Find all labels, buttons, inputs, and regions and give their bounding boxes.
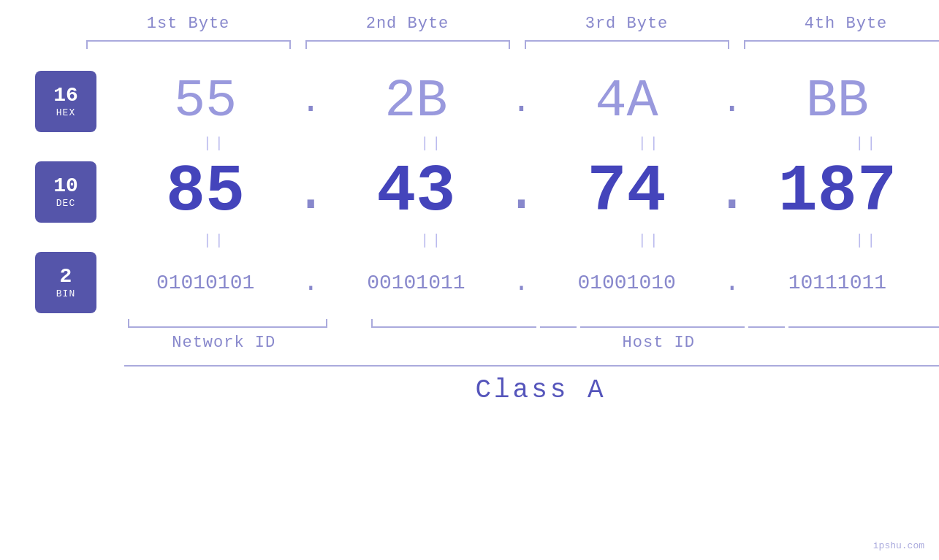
eq-1a: || bbox=[124, 135, 305, 152]
bin-val-2: 00101011 bbox=[329, 272, 503, 294]
hex-label: 16 HEX bbox=[35, 71, 96, 132]
dec-dot-2: . bbox=[503, 159, 540, 226]
eq-2a: || bbox=[342, 135, 523, 152]
dec-dot-3: . bbox=[714, 159, 750, 226]
host-bracket-right bbox=[788, 319, 939, 328]
hex-val-4: BB bbox=[750, 72, 924, 131]
dec-val-3: 74 bbox=[540, 155, 714, 229]
network-id-label: Network ID bbox=[124, 334, 324, 352]
class-label: Class A bbox=[475, 375, 606, 405]
host-bracket-left bbox=[371, 319, 536, 328]
hex-val-3: 4A bbox=[540, 72, 714, 131]
bracket-1 bbox=[86, 40, 291, 49]
bottom-brackets bbox=[124, 319, 939, 328]
byte4-header: 4th Byte bbox=[737, 15, 940, 33]
eq-4b: || bbox=[777, 232, 940, 249]
eq-4a: || bbox=[777, 135, 940, 152]
dec-row: 10 DEC 85 . 43 . 74 . 187 bbox=[0, 155, 939, 229]
equals-row-2: || || || || bbox=[124, 232, 939, 249]
bin-values: 01010101 . 00101011 . 01001010 . 1011101… bbox=[96, 268, 939, 298]
dec-val-4: 187 bbox=[750, 155, 924, 229]
bin-label: 2 BIN bbox=[35, 252, 96, 313]
equals-row-1: || || || || bbox=[124, 135, 939, 152]
hex-row: 16 HEX 55 . 2B . 4A . BB bbox=[0, 71, 939, 132]
dec-label: 10 DEC bbox=[35, 161, 96, 223]
hex-dot-2: . bbox=[503, 84, 540, 119]
id-labels: Network ID Host ID bbox=[124, 334, 939, 352]
bracket-3 bbox=[525, 40, 729, 49]
bin-val-4: 10111011 bbox=[750, 272, 924, 294]
bin-dot-3: . bbox=[714, 268, 750, 298]
hex-val-1: 55 bbox=[118, 72, 292, 131]
network-bracket bbox=[128, 319, 327, 328]
host-bracket-mid3 bbox=[748, 319, 785, 328]
host-bracket-mid2 bbox=[580, 319, 744, 328]
bracket-2 bbox=[305, 40, 510, 49]
dec-val-2: 43 bbox=[329, 155, 503, 229]
hex-dot-1: . bbox=[292, 84, 329, 119]
bin-dot-2: . bbox=[503, 268, 540, 298]
eq-1b: || bbox=[124, 232, 305, 249]
hex-values: 55 . 2B . 4A . BB bbox=[96, 72, 939, 131]
host-bracket-mid1 bbox=[540, 319, 577, 328]
byte3-header: 3rd Byte bbox=[517, 15, 737, 33]
byte-headers: 1st Byte 2nd Byte 3rd Byte 4th Byte bbox=[79, 15, 940, 33]
top-brackets bbox=[79, 40, 940, 49]
byte2-header: 2nd Byte bbox=[298, 15, 517, 33]
bin-val-1: 01010101 bbox=[118, 272, 292, 294]
hex-dot-3: . bbox=[714, 84, 750, 119]
byte1-header: 1st Byte bbox=[79, 15, 298, 33]
dec-dot-1: . bbox=[292, 159, 329, 226]
dec-values: 85 . 43 . 74 . 187 bbox=[96, 155, 939, 229]
dec-val-1: 85 bbox=[118, 155, 292, 229]
main-container: 1st Byte 2nd Byte 3rd Byte 4th Byte 16 H… bbox=[0, 0, 939, 560]
bin-row: 2 BIN 01010101 . 00101011 . 01001010 . bbox=[0, 252, 939, 313]
eq-3a: || bbox=[559, 135, 740, 152]
bracket-4 bbox=[744, 40, 940, 49]
bin-val-3: 01001010 bbox=[540, 272, 714, 294]
eq-3b: || bbox=[559, 232, 740, 249]
host-bracket-container bbox=[368, 319, 939, 328]
hex-val-2: 2B bbox=[329, 72, 503, 131]
host-id-label: Host ID bbox=[360, 334, 940, 352]
eq-2b: || bbox=[342, 232, 523, 249]
watermark: ipshu.com bbox=[873, 540, 924, 551]
class-row: Class A bbox=[124, 365, 939, 405]
bin-dot-1: . bbox=[292, 268, 329, 298]
